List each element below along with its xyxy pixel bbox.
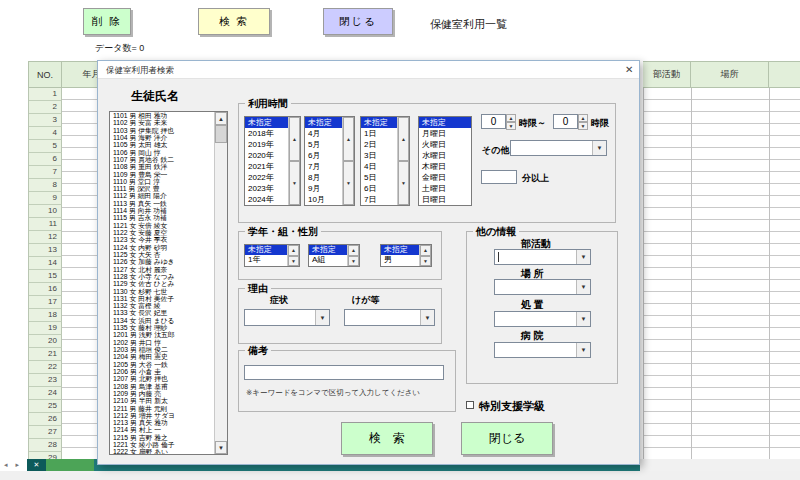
row-number[interactable]: 14 [29,257,62,270]
place-combobox[interactable]: ▼ [494,279,591,295]
row-number[interactable]: 19 [29,322,62,335]
student-list-item[interactable]: 1121 女 安倍 綾女 [110,222,214,229]
student-list-item[interactable]: 1123 女 今井 季衣 [110,236,214,243]
student-list-item[interactable]: 1211 男 藤井 元則 [110,405,214,412]
row-number[interactable]: 18 [29,309,62,322]
weekday-item[interactable]: 土曜日 [419,183,471,194]
row-number[interactable]: 15 [29,270,62,283]
weekday-item[interactable]: 日曜日 [419,194,471,205]
scroll-track[interactable] [215,143,227,441]
student-list-item[interactable]: 1127 女 北村 麗奈 [110,266,214,273]
student-list-item[interactable]: 1215 男 吉野 雅之 [110,434,214,441]
year-listbox[interactable]: 未指定2018年2019年2020年2021年2022年2023年2024年 ▲… [244,116,301,206]
student-list-item[interactable]: 1203 男 稲垣 俊二 [110,346,214,353]
scroll-down-icon[interactable]: ▼ [398,161,409,205]
student-list-item[interactable]: 1122 女 安藤 夏空 [110,229,214,236]
month-item[interactable]: 10月 [305,194,342,205]
spin-up-icon[interactable]: ▲ [578,114,588,122]
year-item[interactable]: 2018年 [245,128,288,139]
hscrollbar[interactable] [640,459,800,471]
combo-field[interactable] [495,343,576,357]
student-list-item[interactable]: 1114 男 向井 功補 [110,207,214,214]
dialog-titlebar[interactable]: 保健室利用者検索 ✕ [98,61,639,79]
chevron-down-icon[interactable]: ▼ [576,343,590,357]
combo-field[interactable] [495,280,576,294]
student-list-item[interactable]: 1111 男 深沢 豊 [110,185,214,192]
period-to-input[interactable]: 0 [553,114,578,129]
chevron-down-icon[interactable]: ▼ [576,312,590,326]
scroll-up-icon[interactable]: ▲ [348,245,359,256]
minutes-input[interactable] [481,170,517,184]
student-list-item[interactable]: 1108 男 重田 鉄洋 [110,163,214,170]
row-number[interactable]: 25 [29,400,62,413]
search-button[interactable]: 検 索 [198,8,270,35]
row-number[interactable]: 6 [29,153,62,166]
student-list-item[interactable]: 1212 男 増井 サダヨ [110,412,214,419]
student-list-item[interactable]: 1133 女 長沢 妃里 [110,309,214,316]
row-number[interactable]: 8 [29,179,62,192]
day-listbox[interactable]: 未指定1日2日3日4日5日6日7日 ▲▼ [360,116,410,206]
chevron-down-icon[interactable]: ▼ [576,250,590,264]
row-number[interactable]: 27 [29,426,62,439]
row-number[interactable]: 3 [29,114,62,127]
year-item[interactable]: 2023年 [245,183,288,194]
month-item[interactable]: 9月 [305,183,342,194]
student-list-item[interactable]: 1210 男 半田 新太 [110,397,214,404]
month-item[interactable]: 7月 [305,161,342,172]
scroll-down-icon[interactable]: ▼ [288,256,299,267]
row-number[interactable]: 22 [29,361,62,374]
year-item[interactable]: 2024年 [245,194,288,205]
delete-button[interactable]: 削 除 [83,8,131,35]
gender-scrollbar[interactable]: ▲▼ [419,245,431,266]
sheet-grid-right[interactable] [643,88,800,460]
student-list-item[interactable]: 1132 女 富樫 綾 [110,302,214,309]
day-item[interactable]: 2日 [361,139,397,150]
scroll-up-icon[interactable]: ▲ [343,117,354,161]
student-list-item[interactable]: 1103 男 伊集院 拝也 [110,127,214,134]
student-list-item[interactable]: 1124 女 内野 砂羽 [110,244,214,251]
grade-item[interactable]: 1年 [245,255,287,265]
day-item[interactable]: 5日 [361,172,397,183]
combo-field[interactable] [345,310,420,325]
row-number[interactable]: 2 [29,101,62,114]
grade-listbox[interactable]: 未指定1年 ▲▼ [244,244,300,267]
weekday-item[interactable]: 未指定 [419,117,471,128]
row-number[interactable]: 16 [29,283,62,296]
weekday-item[interactable]: 金曜日 [419,172,471,183]
student-list-item[interactable]: 1204 男 梅田 憲史 [110,353,214,360]
student-list-item[interactable]: 1134 女 浜田 まひる [110,317,214,324]
row-number[interactable]: 10 [29,205,62,218]
close-button[interactable]: 閉じる [323,8,393,35]
student-list-item[interactable]: 1107 男 貫地谷 鉄二 [110,156,214,163]
dialog-close-button[interactable]: 閉じる [461,422,553,455]
scroll-down-icon[interactable]: ▼ [420,256,431,267]
row-number[interactable]: 12 [29,231,62,244]
student-list-item[interactable]: 1208 男 島津 基甫 [110,383,214,390]
scroll-up-icon[interactable]: ▲ [398,117,409,161]
scroll-up-icon[interactable]: ▲ [215,112,227,125]
student-list-item[interactable]: 1222 女 扇野 あい [110,448,214,454]
combo-field[interactable] [511,141,592,155]
student-list-item[interactable]: 1102 男 安富 未来 [110,119,214,126]
spin-down-icon[interactable]: ▼ [506,122,516,130]
class-item[interactable]: 未指定 [309,245,347,255]
day-item[interactable]: 未指定 [361,117,397,128]
student-list-item[interactable]: 1106 男 岡山 惇 [110,149,214,156]
student-list-item[interactable]: 1135 女 藤村 理紗 [110,324,214,331]
student-list-item[interactable]: 1214 男 村上 一 [110,426,214,433]
day-item[interactable]: 3日 [361,150,397,161]
row-number[interactable]: 1 [29,88,62,101]
student-list-item[interactable]: 1105 男 太田 雄太 [110,141,214,148]
month-item[interactable]: 4月 [305,128,342,139]
year-item[interactable]: 2019年 [245,139,288,150]
scroll-up-icon[interactable]: ▲ [289,117,300,161]
student-list-item[interactable]: 1202 男 井口 惇 [110,339,214,346]
student-list-item[interactable]: 1115 男 吉永 功補 [110,214,214,221]
student-list-item[interactable]: 1129 女 佐古 ひとみ [110,280,214,287]
special-class-checkbox[interactable] [466,401,474,409]
student-list-item[interactable]: 1207 男 北野 拝也 [110,375,214,382]
year-item[interactable]: 2020年 [245,150,288,161]
note-input[interactable] [244,365,444,380]
spin-up-icon[interactable]: ▲ [506,114,516,122]
scroll-up-icon[interactable]: ▲ [420,245,431,256]
